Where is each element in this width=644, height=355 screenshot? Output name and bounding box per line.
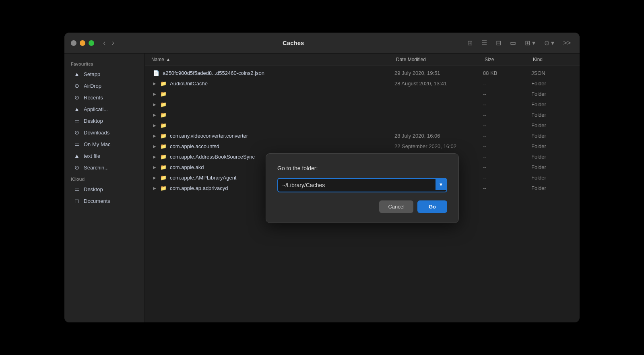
sidebar-item-icloud-desktop[interactable]: ▭ Desktop <box>67 184 142 195</box>
dialog-buttons: Cancel Go <box>277 200 447 213</box>
icloud-documents-icon: ◻ <box>73 198 80 204</box>
sidebar-item-icloud-documents[interactable]: ◻ Documents <box>67 195 142 206</box>
maximize-button[interactable] <box>89 40 94 46</box>
sidebar-item-label: Applicati... <box>84 106 108 112</box>
sidebar-item-text-file[interactable]: ▲ text file <box>67 150 142 161</box>
searching-icon: ⊙ <box>73 164 80 171</box>
dialog-input-row: ▾ <box>277 178 447 192</box>
group-button[interactable]: ⊞ ▾ <box>522 37 537 48</box>
on-my-mac-icon: ▭ <box>73 141 80 147</box>
view-columns-button[interactable]: ⊟ <box>493 37 504 48</box>
sidebar-item-label: Desktop <box>84 118 103 124</box>
titlebar: ‹ › Caches ⊞ ☰ ⊟ ▭ ⊞ ▾ ⊙ ▾ >> <box>64 33 580 54</box>
toolbar-right: ⊞ ☰ ⊟ ▭ ⊞ ▾ ⊙ ▾ >> <box>465 37 573 48</box>
sidebar: Favourites ▲ Setapp ⊙ AirDrop ⊙ Recents … <box>64 54 145 322</box>
sidebar-item-searching[interactable]: ⊙ Searchin... <box>67 162 142 173</box>
sidebar-item-applications[interactable]: ▲ Applicati... <box>67 103 142 115</box>
setapp-icon: ▲ <box>73 71 80 77</box>
text-file-icon: ▲ <box>73 153 80 159</box>
view-gallery-button[interactable]: ▭ <box>508 37 518 48</box>
sidebar-item-setapp[interactable]: ▲ Setapp <box>67 68 142 80</box>
go-button[interactable]: Go <box>417 200 447 213</box>
airdrop-icon: ⊙ <box>73 83 80 89</box>
go-to-folder-dialog: Go to the folder: ▾ Cancel Go <box>266 153 459 223</box>
traffic-lights <box>71 40 94 46</box>
applications-icon: ▲ <box>73 106 80 112</box>
sidebar-item-recents[interactable]: ⊙ Recents <box>67 92 142 103</box>
folder-path-input[interactable] <box>278 179 436 192</box>
sidebar-item-airdrop[interactable]: ⊙ AirDrop <box>67 80 142 91</box>
view-icons-button[interactable]: ⊞ <box>465 37 475 48</box>
sidebar-section-favourites: Favourites <box>64 58 144 68</box>
sidebar-item-label: Recents <box>84 95 103 101</box>
main-pane: Name ▲ Date Modified Size Kind 📄 <box>145 54 580 322</box>
content-area: Favourites ▲ Setapp ⊙ AirDrop ⊙ Recents … <box>64 54 580 322</box>
cancel-button[interactable]: Cancel <box>379 200 413 213</box>
sidebar-item-downloads[interactable]: ⊙ Downloads <box>67 127 142 138</box>
forward-button[interactable]: › <box>109 37 117 49</box>
sidebar-item-label: AirDrop <box>84 83 101 89</box>
sidebar-item-label: Documents <box>84 198 110 204</box>
sidebar-item-on-my-mac[interactable]: ▭ On My Mac <box>67 138 142 150</box>
icloud-desktop-icon: ▭ <box>73 186 80 192</box>
close-button[interactable] <box>71 40 76 46</box>
sidebar-item-label: text file <box>84 153 100 159</box>
sidebar-item-label: Downloads <box>84 130 109 136</box>
sidebar-section-icloud: iCloud <box>64 173 144 183</box>
back-button[interactable]: ‹ <box>101 37 108 49</box>
sidebar-item-label: Searchin... <box>84 165 109 171</box>
sidebar-item-label: On My Mac <box>84 141 110 147</box>
more-button[interactable]: >> <box>561 38 573 48</box>
downloads-icon: ⊙ <box>73 129 80 136</box>
sidebar-item-label: Desktop <box>84 186 103 192</box>
sort-button[interactable]: ⊙ ▾ <box>542 37 557 48</box>
desktop-icon: ▭ <box>73 118 80 124</box>
dialog-overlay: Go to the folder: ▾ Cancel Go <box>145 54 580 322</box>
minimize-button[interactable] <box>80 40 85 46</box>
dialog-title: Go to the folder: <box>277 165 447 171</box>
finder-window: ‹ › Caches ⊞ ☰ ⊟ ▭ ⊞ ▾ ⊙ ▾ >> Favourites… <box>64 33 580 322</box>
recents-icon: ⊙ <box>73 94 80 101</box>
window-title: Caches <box>122 39 465 46</box>
path-dropdown-button[interactable]: ▾ <box>436 179 446 190</box>
sidebar-item-desktop[interactable]: ▭ Desktop <box>67 115 142 126</box>
nav-buttons: ‹ › <box>101 37 117 49</box>
view-list-button[interactable]: ☰ <box>479 37 489 48</box>
sidebar-item-label: Setapp <box>84 71 100 77</box>
